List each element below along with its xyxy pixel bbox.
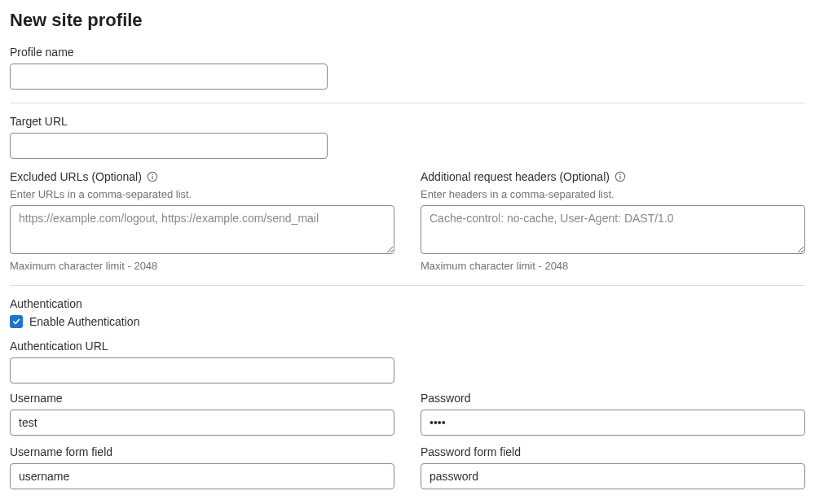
auth-url-input[interactable] xyxy=(10,357,394,383)
excluded-urls-limit: Maximum character limit - 2048 xyxy=(10,260,394,272)
page-title: New site profile xyxy=(10,10,805,31)
divider xyxy=(10,285,805,286)
password-label: Password xyxy=(421,392,805,405)
svg-point-4 xyxy=(619,174,621,176)
password-input[interactable] xyxy=(421,410,805,436)
info-icon[interactable] xyxy=(615,171,626,182)
divider xyxy=(10,103,805,103)
username-form-field-input[interactable] xyxy=(10,463,394,489)
excluded-urls-label: Excluded URLs (Optional) xyxy=(10,170,142,183)
additional-headers-limit: Maximum character limit - 2048 xyxy=(421,260,805,272)
auth-url-label: Authentication URL xyxy=(10,340,805,353)
additional-headers-label: Additional request headers (Optional) xyxy=(421,170,610,183)
password-form-field-input[interactable] xyxy=(421,463,805,489)
excluded-urls-textarea[interactable] xyxy=(10,205,394,254)
svg-point-1 xyxy=(152,174,153,176)
svg-rect-5 xyxy=(619,176,620,179)
authentication-section-label: Authentication xyxy=(10,297,805,310)
additional-headers-helper: Enter headers in a comma-separated list. xyxy=(421,188,805,200)
enable-authentication-label: Enable Authentication xyxy=(29,315,139,328)
profile-name-label: Profile name xyxy=(10,46,805,59)
username-input[interactable] xyxy=(10,410,394,436)
svg-rect-2 xyxy=(152,176,152,179)
username-label: Username xyxy=(10,392,394,405)
username-form-field-label: Username form field xyxy=(10,445,394,458)
additional-headers-textarea[interactable] xyxy=(421,205,805,254)
target-url-input[interactable] xyxy=(10,133,328,159)
enable-authentication-checkbox[interactable] xyxy=(10,315,23,328)
target-url-label: Target URL xyxy=(10,115,805,128)
password-form-field-label: Password form field xyxy=(421,445,805,458)
profile-name-input[interactable] xyxy=(10,64,328,90)
info-icon[interactable] xyxy=(147,171,158,182)
excluded-urls-helper: Enter URLs in a comma-separated list. xyxy=(10,188,394,200)
